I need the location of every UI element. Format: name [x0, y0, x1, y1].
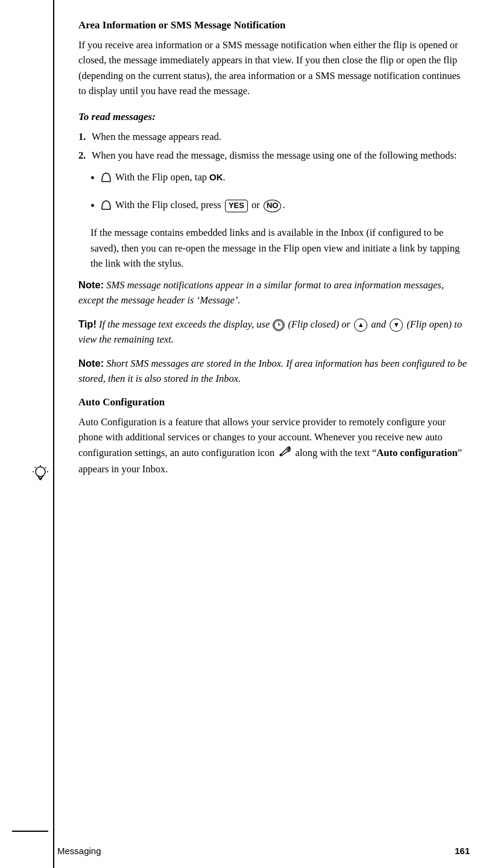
lightbulb-icon — [31, 464, 49, 483]
flip-open-icon — [100, 169, 113, 185]
auto-config-bold: Auto configuration — [376, 447, 457, 458]
embedded-links-para: If the message contains embedded links a… — [90, 225, 470, 271]
flip-closed-icon — [100, 197, 113, 213]
no-key: NO — [264, 200, 282, 212]
note-1: Note: SMS message notifications appear i… — [78, 277, 470, 308]
bullet-item-2: • With the Flip closed, press YES or NO. — [90, 197, 470, 215]
bullet-1-post: . — [223, 171, 226, 183]
svg-point-0 — [36, 467, 45, 477]
bullet-2-post: . — [282, 199, 285, 211]
note-2-text: Short SMS messages are stored in the Inb… — [78, 358, 467, 385]
read-messages-section: To read messages: 1. When the message ap… — [78, 110, 470, 271]
bullet-1-pre: With the Flip open, tap — [115, 171, 209, 183]
step-1: 1. When the message appears read. — [78, 129, 470, 145]
note-2-label: Note: — [78, 358, 104, 369]
section-heading-auto-config: Auto Configuration — [78, 395, 470, 410]
note-1-text: SMS message notifications appear in a si… — [78, 279, 444, 306]
nav-up-icon: ▲ — [354, 318, 367, 332]
tip-1: Tip! If the message text exceeds the dis… — [78, 317, 470, 347]
nav-down-icon: ▼ — [390, 318, 403, 332]
svg-line-5 — [45, 467, 46, 469]
bullet-section: • With the Flip open, tap OK. • — [90, 169, 470, 215]
tip-1-label: Tip! — [78, 318, 97, 329]
page-footer: Messaging 161 — [0, 846, 500, 856]
ok-key: OK — [209, 172, 223, 182]
bullet-dot-1: • — [90, 169, 95, 188]
main-content: Area Information or SMS Message Notifica… — [54, 0, 500, 868]
tip-1-mid: (Flip closed) or — [285, 318, 353, 330]
footer-label: Messaging — [57, 846, 101, 856]
left-margin — [0, 0, 54, 868]
auto-config-body-post: along with the text “ — [293, 447, 376, 458]
section-auto-config: Auto Configuration Auto Configuration is… — [78, 395, 470, 477]
bullet-2-pre: With the Flip closed, press — [115, 199, 224, 211]
note-2: Note: Short SMS messages are stored in t… — [78, 356, 470, 387]
svg-line-4 — [35, 467, 36, 469]
bullet-2-text: With the Flip closed, press YES or NO. — [100, 197, 285, 213]
bottom-line-decoration — [12, 831, 48, 832]
step-2: 2. When you have read the message, dismi… — [78, 148, 470, 163]
tip-1-pre: If the message text exceeds the display,… — [97, 318, 272, 330]
yes-key: YES — [225, 200, 248, 212]
bullet-1-text: With the Flip open, tap OK. — [100, 169, 226, 185]
page-container: Area Information or SMS Message Notifica… — [0, 0, 500, 868]
step-2-text: When you have read the message, dismiss … — [92, 148, 457, 163]
wrench-icon — [279, 446, 291, 461]
footer-page-number: 161 — [455, 846, 470, 856]
note-1-label: Note: — [78, 279, 104, 290]
section-heading-area-info: Area Information or SMS Message Notifica… — [78, 18, 470, 33]
bullet-2-mid: or — [249, 199, 262, 211]
step-1-text: When the message appears read. — [92, 129, 221, 145]
section-area-info-body: If you receive area information or a SMS… — [78, 37, 470, 99]
step-1-num: 1. — [78, 129, 92, 145]
step-2-num: 2. — [78, 148, 92, 163]
section-auto-config-body: Auto Configuration is a feature that all… — [78, 414, 470, 477]
tip-1-and: and — [369, 318, 388, 330]
nav-circle-icon — [273, 319, 285, 331]
read-messages-heading: To read messages: — [78, 110, 470, 124]
bullet-item-1: • With the Flip open, tap OK. — [90, 169, 470, 188]
bullet-dot-2: • — [90, 197, 95, 215]
section-area-info: Area Information or SMS Message Notifica… — [78, 18, 470, 99]
